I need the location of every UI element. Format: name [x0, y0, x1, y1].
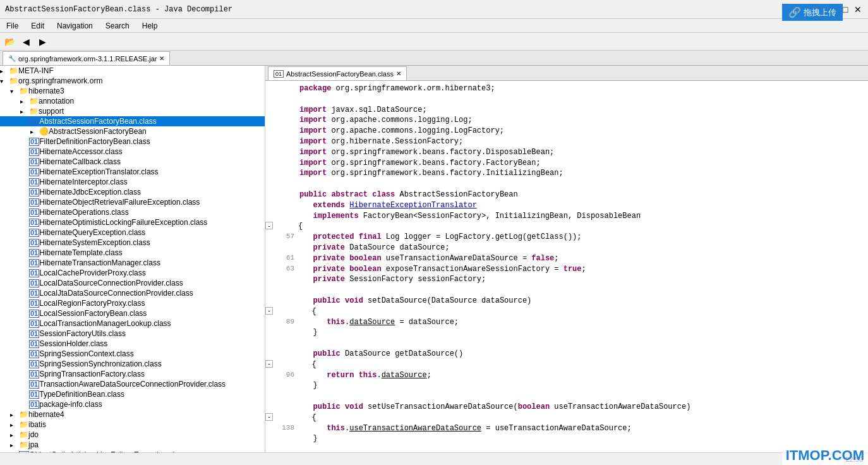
- tree-item-label: ibatis: [28, 420, 46, 429]
- tree-expand-icon[interactable]: ▾: [10, 88, 19, 95]
- class-tab[interactable]: 01 AbstractSessionFactoryBean.class ✕: [268, 66, 407, 80]
- tree-item[interactable]: 01 HibernateAccessor.class: [0, 147, 265, 157]
- tree-expand-icon[interactable]: ▸: [0, 68, 9, 75]
- file-tree: ▸📁 META-INF▾📁 org.springframework.orm▾📁 …: [0, 66, 265, 460]
- class-icon: 01: [29, 168, 39, 176]
- tree-item[interactable]: 01 FilterDefinitionFactoryBean.class: [0, 136, 265, 147]
- menu-help[interactable]: Help: [138, 20, 162, 32]
- tree-item-label: SessionHolder.class: [39, 339, 107, 348]
- menu-search[interactable]: Search: [102, 20, 133, 32]
- tree-item[interactable]: 01 LocalRegionFactoryProxy.class: [0, 298, 265, 308]
- tree-item[interactable]: 01 SessionFactoryUtils.class: [0, 329, 265, 339]
- tree-item[interactable]: ▸📁 META-INF: [0, 66, 265, 76]
- folder-icon: 📁: [29, 97, 39, 106]
- tree-item[interactable]: ▸🟡 AbstractSessionFactoryBean: [0, 126, 265, 136]
- menu-file[interactable]: File: [3, 20, 22, 32]
- tree-item[interactable]: 01 SpringSessionSynchronization.class: [0, 359, 265, 369]
- class-icon: 01: [29, 269, 39, 277]
- code-line: [265, 179, 868, 190]
- close-button[interactable]: ✕: [853, 4, 863, 15]
- tree-item[interactable]: 01 LocalCacheProviderProxy.class: [0, 268, 265, 278]
- tree-expand-icon[interactable]: ▸: [10, 432, 19, 438]
- tree-item[interactable]: 01 SpringSessionContext.class: [0, 349, 265, 359]
- tree-item[interactable]: 01 HibernateTemplate.class: [0, 248, 265, 258]
- code-line: [265, 338, 868, 349]
- code-line: - {: [265, 359, 868, 370]
- menu-navigation[interactable]: Navigation: [53, 20, 97, 32]
- class-icon: 01: [29, 239, 39, 247]
- open-button[interactable]: 📂: [3, 35, 16, 49]
- class-icon: 01: [29, 380, 39, 389]
- tree-item[interactable]: ▸📁 jdo: [0, 430, 265, 440]
- tree-item-label: LocalTransactionManagerLookup.class: [39, 319, 171, 328]
- tree-item[interactable]: ▸📁 jpa: [0, 440, 265, 450]
- code-line: 96 return this.dataSource;: [265, 370, 868, 381]
- menu-edit[interactable]: Edit: [27, 20, 48, 32]
- upload-icon: 🔗: [788, 6, 801, 18]
- tree-item[interactable]: 01 HibernateExceptionTranslator.class: [0, 167, 265, 177]
- class-icon: 01: [29, 370, 39, 378]
- class-tab-close[interactable]: ✕: [396, 70, 401, 77]
- tree-item[interactable]: 01 TransactionAwareDataSourceConnectionP…: [0, 379, 265, 389]
- tree-expand-icon[interactable]: ▸: [20, 108, 29, 115]
- tree-item[interactable]: 01 SpringTransactionFactory.class: [0, 369, 265, 379]
- tree-item-label: LocalSessionFactoryBean.class: [39, 309, 147, 318]
- tree-expand-icon[interactable]: ▸: [20, 98, 29, 105]
- tree-item[interactable]: 01 HibernateOperations.class: [0, 207, 265, 217]
- tree-item[interactable]: 01 TypeDefinitionBean.class: [0, 389, 265, 399]
- tree-item-label: AbstractSessionFactoryBean.class: [39, 117, 156, 126]
- tree-item[interactable]: ▸📁 ibatis: [0, 420, 265, 430]
- tree-expand-icon[interactable]: ▸: [10, 442, 19, 449]
- tree-item[interactable]: ▾📁 org.springframework.orm: [0, 76, 265, 86]
- forward-button[interactable]: ▶: [35, 35, 49, 49]
- tree-item[interactable]: 01 HibernateTransactionManager.class: [0, 258, 265, 268]
- code-line: 61 private boolean useTransactionAwareDa…: [265, 253, 868, 264]
- code-line: - {: [265, 413, 868, 423]
- tree-item-label: HibernateJdbcException.class: [39, 188, 141, 196]
- tree-item[interactable]: 01 HibernateJdbcException.class: [0, 187, 265, 197]
- jar-tab[interactable]: 🔧 org.springframework.orm-3.1.1.RELEASE.…: [3, 51, 170, 65]
- collapse-button[interactable]: -: [265, 360, 273, 368]
- tree-expand-icon[interactable]: ▸: [10, 421, 19, 428]
- tree-item-label: HibernateObjectRetrievalFailureException…: [39, 198, 200, 207]
- tree-item-label: META-INF: [18, 66, 54, 75]
- folder-icon: 📁: [19, 87, 28, 95]
- tree-item[interactable]: ▾📁 hibernate3: [0, 86, 265, 96]
- tree-item[interactable]: 01 HibernateCallback.class: [0, 157, 265, 167]
- folder-icon: 📁: [19, 440, 28, 449]
- collapse-button[interactable]: -: [265, 307, 273, 315]
- tree-item[interactable]: 01 LocalDataSourceConnectionProvider.cla…: [0, 278, 265, 288]
- tree-item-label: LocalCacheProviderProxy.class: [39, 269, 146, 277]
- tree-item[interactable]: 01 HibernateObjectRetrievalFailureExcept…: [0, 197, 265, 207]
- tree-item[interactable]: 01 package-info.class: [0, 399, 265, 409]
- class-icon: 01: [29, 249, 39, 257]
- code-line: 57 protected final Log logger = LogFacto…: [265, 232, 868, 243]
- tree-item[interactable]: 01 AbstractSessionFactoryBean.class: [0, 116, 265, 126]
- tree-item[interactable]: 01 SessionHolder.class: [0, 339, 265, 349]
- upload-button[interactable]: 🔗 拖拽上传: [782, 4, 843, 21]
- tree-item[interactable]: 01 HibernateSystemException.class: [0, 238, 265, 248]
- tree-item[interactable]: ▸📁 hibernate4: [0, 409, 265, 420]
- collapse-button[interactable]: -: [265, 222, 273, 229]
- tree-item[interactable]: ▸📁 annotation: [0, 96, 265, 106]
- tree-expand-icon[interactable]: ▸: [30, 128, 39, 135]
- tree-item[interactable]: 01 LocalJtaDataSourceConnectionProvider.…: [0, 288, 265, 298]
- tree-item-label: HibernateOptimisticLockingFailureExcepti…: [39, 218, 207, 227]
- tree-item-label: HibernateExceptionTranslator.class: [39, 167, 158, 176]
- tree-item[interactable]: 01 HibernateQueryException.class: [0, 227, 265, 238]
- code-line: private DataSource dataSource;: [265, 243, 868, 253]
- code-line: [265, 94, 868, 105]
- tree-expand-icon[interactable]: ▸: [10, 411, 19, 418]
- tree-item[interactable]: 01 HibernateOptimisticLockingFailureExce…: [0, 217, 265, 227]
- tree-item[interactable]: 01 LocalSessionFactoryBean.class: [0, 308, 265, 318]
- back-button[interactable]: ◀: [19, 35, 33, 49]
- folder-icon: 📁: [19, 410, 28, 419]
- tree-expand-icon[interactable]: ▾: [0, 78, 9, 85]
- code-line: package org.springframework.orm.hibernat…: [265, 83, 868, 94]
- tree-item[interactable]: 01 LocalTransactionManagerLookup.class: [0, 318, 265, 329]
- code-line: import org.hibernate.SessionFactory;: [265, 136, 868, 147]
- collapse-button[interactable]: -: [265, 413, 273, 421]
- jar-tab-close[interactable]: ✕: [159, 55, 164, 62]
- tree-item[interactable]: ▸📁 support: [0, 106, 265, 116]
- tree-item[interactable]: 01 HibernateInterceptor.class: [0, 177, 265, 187]
